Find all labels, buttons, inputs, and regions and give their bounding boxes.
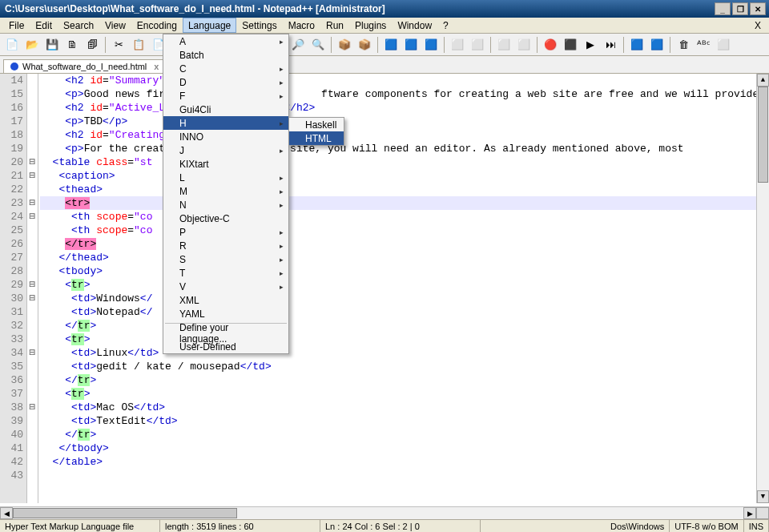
- toolbar-button[interactable]: 🔍: [309, 36, 327, 54]
- toolbar-button[interactable]: ✂: [110, 36, 127, 54]
- menu-settings[interactable]: Settings: [236, 18, 282, 33]
- toolbar-button[interactable]: 📦: [336, 36, 353, 54]
- lang-menu-t[interactable]: T: [163, 266, 288, 280]
- code-line[interactable]: <td>TextEdit</td>: [40, 414, 756, 428]
- toolbar-button[interactable]: 🟦: [648, 36, 666, 54]
- fold-marker[interactable]: ⊟: [27, 346, 38, 360]
- fold-marker[interactable]: ⊟: [27, 155, 38, 169]
- toolbar-button[interactable]: 🔴: [542, 36, 559, 54]
- toolbar-button[interactable]: ▶: [582, 36, 599, 54]
- lang-menu-user-defined[interactable]: User-Defined: [163, 340, 288, 353]
- toolbar-button[interactable]: ⏭: [602, 36, 619, 54]
- code-line[interactable]: <td>Linux</td>: [40, 346, 756, 360]
- toolbar-button[interactable]: ⬜: [469, 36, 486, 54]
- lang-menu-c[interactable]: C: [163, 62, 288, 75]
- lang-menu-n[interactable]: N: [163, 198, 288, 212]
- menu-file[interactable]: File: [3, 18, 30, 33]
- menu-run[interactable]: Run: [320, 18, 349, 33]
- code-line[interactable]: <tr>: [40, 332, 756, 346]
- menu-search[interactable]: Search: [58, 18, 99, 33]
- toolbar-button[interactable]: 📂: [23, 36, 41, 54]
- fold-marker[interactable]: ⊟: [27, 292, 38, 305]
- tab-close-icon[interactable]: x: [154, 62, 159, 71]
- lang-menu-j[interactable]: J: [163, 143, 288, 157]
- toolbar-button[interactable]: ⬜: [515, 36, 533, 54]
- code-line[interactable]: </tbody>: [40, 441, 756, 455]
- lang-menu-yaml[interactable]: YAML: [163, 307, 288, 320]
- code-line[interactable]: <tr>: [40, 387, 756, 401]
- fold-marker[interactable]: ⊟: [27, 401, 38, 414]
- lang-menu-v[interactable]: V: [163, 280, 288, 293]
- menu-help[interactable]: ?: [437, 18, 454, 33]
- hscroll-track[interactable]: [13, 507, 743, 519]
- horizontal-scrollbar[interactable]: ◀ ▶: [0, 506, 769, 519]
- code-line[interactable]: <p>For the creat g a web site, you will …: [40, 142, 756, 155]
- menu-encoding[interactable]: Encoding: [131, 18, 183, 33]
- menu-window[interactable]: Window: [392, 18, 437, 33]
- fold-marker[interactable]: ⊟: [27, 210, 38, 224]
- lang-menu-l[interactable]: L: [163, 171, 288, 184]
- minimize-button[interactable]: _: [715, 2, 731, 15]
- code-line[interactable]: <td>Windows</: [40, 292, 756, 305]
- code-line[interactable]: <tbody>: [40, 264, 756, 278]
- toolbar-button[interactable]: ᴬᴮᶜ: [695, 36, 712, 54]
- lang-menu-objective-c[interactable]: Objective-C: [163, 212, 288, 225]
- hscroll-thumb[interactable]: [13, 508, 237, 518]
- lang-submenu-html[interactable]: HTML: [289, 131, 344, 145]
- toolbar-button[interactable]: ⬜: [715, 36, 732, 54]
- menu-language[interactable]: Language: [183, 18, 236, 33]
- toolbar-button[interactable]: 🗑: [674, 36, 692, 54]
- code-line[interactable]: </tr>: [40, 319, 756, 332]
- lang-menu-m[interactable]: M: [163, 184, 288, 198]
- code-line[interactable]: </thead>: [40, 251, 756, 264]
- lang-menu-s[interactable]: S: [163, 252, 288, 266]
- code-line[interactable]: </tr>: [40, 428, 756, 441]
- menu-plugins[interactable]: Plugins: [349, 18, 392, 33]
- menu-view[interactable]: View: [99, 18, 131, 33]
- lang-menu-r[interactable]: R: [163, 239, 288, 252]
- code-line[interactable]: <thead>: [40, 183, 756, 196]
- scroll-thumb[interactable]: [758, 87, 768, 183]
- lang-menu-gui4cli[interactable]: Gui4Cli: [163, 103, 288, 116]
- toolbar-button[interactable]: 📄: [3, 36, 21, 54]
- lang-menu-kixtart[interactable]: KIXtart: [163, 157, 288, 171]
- code-line[interactable]: </tr>: [40, 237, 756, 251]
- fold-marker[interactable]: ⊟: [27, 278, 38, 292]
- code-line[interactable]: <th scope="co </th>: [40, 210, 756, 224]
- toolbar-button[interactable]: 🟦: [382, 36, 400, 54]
- document-tab[interactable]: What_software_do_I_need.html x: [3, 59, 166, 73]
- code-line[interactable]: </tr>: [40, 373, 756, 387]
- code-line[interactable]: </table>: [40, 455, 756, 469]
- toolbar-button[interactable]: 🟦: [402, 36, 420, 54]
- toolbar-button[interactable]: 🟦: [628, 36, 646, 54]
- toolbar-button[interactable]: 📋: [130, 36, 147, 54]
- code-line[interactable]: <caption>: [40, 169, 756, 183]
- lang-menu-a[interactable]: A: [163, 34, 288, 48]
- toolbar-button[interactable]: 🟦: [422, 36, 440, 54]
- toolbar-button[interactable]: 🗐: [83, 36, 101, 54]
- lang-menu-p[interactable]: P: [163, 225, 288, 239]
- fold-marker[interactable]: ⊟: [27, 169, 38, 183]
- code-line[interactable]: <p>Good news fir ftware components for c…: [40, 87, 756, 101]
- code-line[interactable]: <p>TBD</p>: [40, 115, 756, 128]
- toolbar-button[interactable]: 🔎: [289, 36, 307, 54]
- toolbar-button[interactable]: ⬜: [449, 36, 466, 54]
- maximize-button[interactable]: ❐: [732, 2, 748, 15]
- toolbar-button[interactable]: 📦: [356, 36, 373, 54]
- scroll-up-icon[interactable]: ▲: [757, 74, 769, 87]
- code-line[interactable]: <th scope="co th>: [40, 224, 756, 237]
- code-line[interactable]: <td>Notepad</: [40, 305, 756, 319]
- vertical-scrollbar[interactable]: ▲ ▼: [756, 74, 769, 503]
- lang-menu-h[interactable]: H: [163, 116, 288, 130]
- code-line[interactable]: <h2 id="Active_L ning</h2>: [40, 101, 756, 115]
- lang-menu-inno[interactable]: INNO: [163, 130, 288, 143]
- code-line[interactable]: <td>Mac OS</td>: [40, 401, 756, 414]
- code-line[interactable]: <h2 id="Creating iting</h2>: [40, 128, 756, 142]
- close-button[interactable]: ✕: [750, 2, 766, 15]
- lang-submenu-haskell[interactable]: Haskell: [289, 118, 344, 131]
- scroll-right-icon[interactable]: ▶: [743, 507, 756, 519]
- toolbar-button[interactable]: 🗎: [63, 36, 81, 54]
- scroll-left-icon[interactable]: ◀: [0, 507, 13, 519]
- fold-marker[interactable]: ⊟: [27, 196, 38, 210]
- lang-menu-f[interactable]: F: [163, 89, 288, 103]
